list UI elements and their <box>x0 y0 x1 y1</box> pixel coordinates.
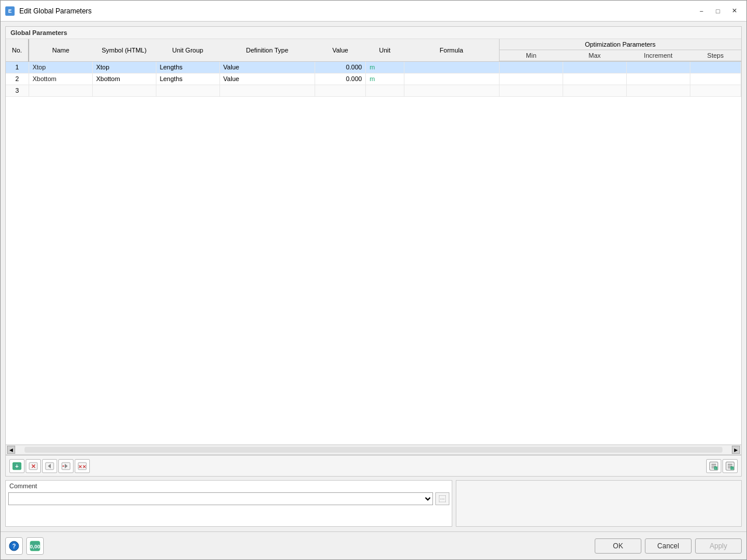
comment-select[interactable] <box>8 492 433 505</box>
table-row[interactable]: 1XtopXtopLengthsValue0.000m <box>6 61 741 73</box>
svg-text:✕✕: ✕✕ <box>78 464 86 470</box>
table-cell[interactable]: m <box>366 73 404 85</box>
table-cell[interactable]: 3 <box>6 85 29 96</box>
table-cell[interactable] <box>156 85 219 96</box>
panel-header: Global Parameters <box>6 27 741 39</box>
table-cell[interactable] <box>626 85 690 96</box>
table-cell[interactable] <box>690 85 741 96</box>
comment-input-row: ⋯ <box>6 491 452 506</box>
table-cell[interactable] <box>404 85 499 96</box>
table-cell[interactable] <box>219 85 315 96</box>
add-row-button[interactable]: + <box>9 459 25 473</box>
col-opt-header: Optimization Parameters <box>499 39 741 50</box>
horizontal-scrollbar[interactable]: ◀ ▶ <box>6 444 741 455</box>
title-bar-controls: − □ ✕ <box>694 5 742 18</box>
move-right-button[interactable] <box>58 459 74 473</box>
move-left-button[interactable] <box>42 459 57 473</box>
delete-all-button[interactable]: ✕✕ <box>75 459 90 473</box>
table-cell[interactable] <box>315 85 366 96</box>
col-unit: Unit <box>366 39 404 61</box>
title-bar: E Edit Global Parameters − □ ✕ <box>1 1 746 22</box>
table-row[interactable]: 2XbottomXbottomLengthsValue0.000m <box>6 73 741 85</box>
ok-button[interactable]: OK <box>595 538 641 554</box>
comment-left-panel: Comment ⋯ <box>5 480 452 527</box>
col-no: No. <box>6 39 29 61</box>
svg-text:⋯: ⋯ <box>440 496 445 502</box>
table-cell[interactable] <box>563 73 626 85</box>
svg-text:✕: ✕ <box>31 463 36 470</box>
table-cell[interactable] <box>563 85 626 96</box>
table-cell[interactable] <box>92 85 156 96</box>
table-cell[interactable]: Lengths <box>156 61 219 73</box>
table-toolbar: + ✕ ✕✕ ↑ <box>6 455 741 476</box>
table-cell[interactable] <box>404 61 499 73</box>
table-cell[interactable]: m <box>366 61 404 73</box>
table-body: 1XtopXtopLengthsValue0.000m2XbottomXbott… <box>6 61 741 96</box>
window-title: Edit Global Parameters <box>19 7 92 15</box>
parameters-table: No. Name Symbol (HTML) Unit Group Defini… <box>6 39 741 97</box>
col-value: Value <box>315 39 366 61</box>
svg-text:0,00: 0,00 <box>30 544 40 550</box>
col-unit-group: Unit Group <box>156 39 219 61</box>
scroll-right-arrow[interactable]: ▶ <box>732 446 740 454</box>
col-min: Min <box>499 50 563 62</box>
col-name: Name <box>29 39 92 61</box>
minimize-button[interactable]: − <box>694 5 709 18</box>
table-cell[interactable]: Value <box>219 61 315 73</box>
global-parameters-panel: Global Parameters No. Name Symbol (HTML)… <box>5 26 742 477</box>
bottom-bar: ? 0,00 OK Cancel Apply <box>1 531 746 559</box>
toolbar-right: ↑ ↓ <box>706 459 738 473</box>
title-bar-left: E Edit Global Parameters <box>5 6 92 16</box>
table-cell[interactable] <box>563 61 626 73</box>
table-cell[interactable]: 2 <box>6 73 29 85</box>
app-icon: E <box>5 6 15 16</box>
col-symbol: Symbol (HTML) <box>92 39 156 61</box>
col-def-type: Definition Type <box>219 39 315 61</box>
table-cell[interactable] <box>626 61 690 73</box>
cancel-button[interactable]: Cancel <box>645 538 692 554</box>
col-max: Max <box>563 50 626 62</box>
apply-button[interactable]: Apply <box>695 538 742 554</box>
comment-dropdown-btn[interactable]: ⋯ <box>435 492 449 505</box>
table-cell[interactable] <box>690 73 741 85</box>
table-cell[interactable]: Xtop <box>29 61 92 73</box>
col-increment: Increment <box>626 50 690 62</box>
table-cell[interactable] <box>366 85 404 96</box>
scroll-left-arrow[interactable]: ◀ <box>7 446 15 454</box>
svg-text:↓: ↓ <box>731 466 733 470</box>
close-button[interactable]: ✕ <box>727 5 742 18</box>
comment-right-panel <box>456 480 742 527</box>
table-cell[interactable]: Lengths <box>156 73 219 85</box>
main-window: E Edit Global Parameters − □ ✕ Global Pa… <box>0 0 747 560</box>
comment-section: Comment ⋯ <box>5 480 742 527</box>
table-cell[interactable] <box>499 73 563 85</box>
svg-text:↑: ↑ <box>715 466 717 470</box>
table-row[interactable]: 3 <box>6 85 741 96</box>
svg-text:?: ? <box>12 543 16 550</box>
table-cell[interactable]: Xbottom <box>92 73 156 85</box>
table-cell[interactable]: 0.000 <box>315 61 366 73</box>
table-cell[interactable] <box>29 85 92 96</box>
table-cell[interactable] <box>626 73 690 85</box>
table-cell[interactable]: Xtop <box>92 61 156 73</box>
table-container[interactable]: No. Name Symbol (HTML) Unit Group Defini… <box>6 39 741 444</box>
table-cell[interactable] <box>499 85 563 96</box>
window-content: Global Parameters No. Name Symbol (HTML)… <box>1 22 746 531</box>
delete-row-button[interactable]: ✕ <box>26 459 41 473</box>
table-cell[interactable] <box>499 61 563 73</box>
col-steps: Steps <box>690 50 741 62</box>
table-cell[interactable]: Value <box>219 73 315 85</box>
table-cell[interactable]: 1 <box>6 61 29 73</box>
table-cell[interactable]: Xbottom <box>29 73 92 85</box>
table-cell[interactable]: 0.000 <box>315 73 366 85</box>
formula-button[interactable]: 0,00 <box>26 537 44 555</box>
table-cell[interactable] <box>690 61 741 73</box>
scrollbar-track[interactable] <box>25 447 722 453</box>
table-cell[interactable] <box>404 73 499 85</box>
svg-text:+: + <box>15 463 19 470</box>
col-formula: Formula <box>404 39 499 61</box>
import-button[interactable]: ↓ <box>722 459 738 473</box>
export-button[interactable]: ↑ <box>706 459 721 473</box>
maximize-button[interactable]: □ <box>710 5 725 18</box>
help-button[interactable]: ? <box>5 537 23 555</box>
